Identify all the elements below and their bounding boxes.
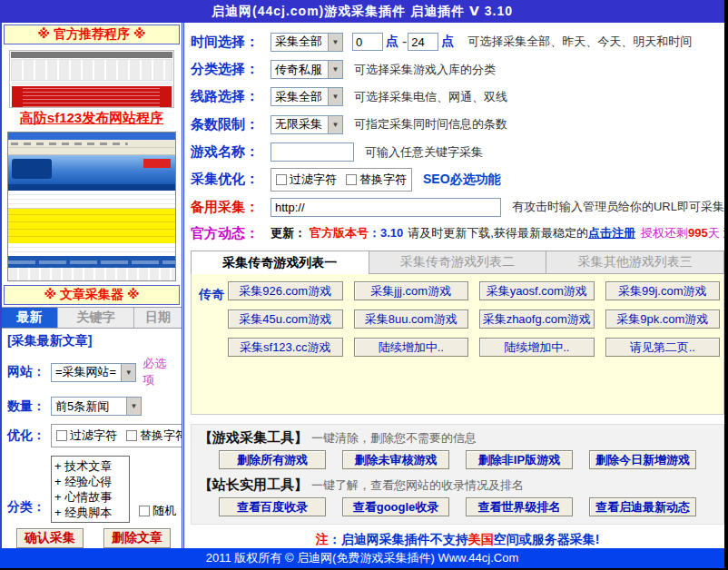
category-listbox[interactable]: + 技术文章 + 经验心得 + 心情故事 + 经典脚本 <box>51 456 130 523</box>
game-list-tab-strip: 采集传奇游戏列表一 采集传奇游戏列表二 采集其他游戏列表三 <box>191 251 724 274</box>
official-news-label: 官方动态： <box>191 225 271 242</box>
game-collect-button[interactable]: 陆续增加中.. <box>479 338 595 357</box>
app-title: 启迪网(44cj.com)游戏采集插件 启迪插件 Ⅴ 3.10 <box>212 4 513 20</box>
game-collect-button[interactable]: 请见第二页.. <box>605 338 721 357</box>
game-tools-desc: 一键清除，删除您不需要的信息 <box>311 430 477 447</box>
game-collect-button[interactable]: 采集99j.com游戏 <box>605 281 721 300</box>
delete-unreviewed-games-button[interactable]: 删除未审核游戏 <box>342 450 449 469</box>
category-item[interactable]: + 经验心得 <box>54 474 126 489</box>
replace-label: 替换字符 <box>140 428 184 442</box>
game-name-row: 游戏名称： 可输入任意关键字采集 <box>191 138 724 165</box>
game-name-label: 游戏名称： <box>191 143 271 161</box>
check-google-button[interactable]: 查看google收录 <box>342 497 449 516</box>
game-button-row: 采集sf123.cc游戏 陆续增加中.. 陆续增加中.. 请见第二页.. <box>228 338 720 357</box>
game-collect-button[interactable]: 采集yaosf.com游戏 <box>479 281 595 300</box>
tab-keyword[interactable]: 关键字 <box>58 308 134 328</box>
site-tools-heading: 【站长实用工具】 一键了解，查看您网站的收录情况及排名 <box>199 477 716 494</box>
hour-from-unit: 点 <box>386 34 398 50</box>
backup-url-input[interactable] <box>271 198 501 217</box>
line-select-row: 线路选择： 采集全部 ▼ 可选择采集电信、网通、双线 <box>191 84 724 111</box>
article-header-banner: ※ 文章采集器 ※ <box>4 285 180 305</box>
count-select[interactable]: 前5条新闻 ▼ <box>51 397 142 416</box>
article-collect-form: [采集最新文章] 网站： =采集网站= ▼ 必选项 数量： 前5条新闻 ▼ <box>2 329 182 548</box>
limit-select-label: 条数限制： <box>191 116 271 133</box>
delete-today-games-button[interactable]: 删除今日新增游戏 <box>589 450 696 469</box>
hour-from-input[interactable] <box>352 33 383 51</box>
news-clipped-text: 过期 <box>723 225 724 241</box>
game-category-select[interactable]: 传奇私服 ▼ <box>271 60 343 79</box>
promo-link-sf123[interactable]: 高防sf123发布网站程序 <box>2 109 182 127</box>
optimize-checkbox-group: 过滤字符 替换字符 <box>51 424 184 447</box>
note-part1: 启迪网采集插件不支持 <box>341 532 468 546</box>
hour-to-input[interactable] <box>408 33 438 51</box>
chevron-down-icon: ▼ <box>121 364 135 381</box>
check-rank-button[interactable]: 查看世界级排名 <box>466 497 573 516</box>
news-text: 请及时更新下载,获得最新最稳定的 <box>408 225 588 241</box>
promo-header-banner: ※ 官方推荐程序 ※ <box>4 25 180 44</box>
register-link[interactable]: 点击注册 <box>588 225 635 241</box>
note-prefix: 注 <box>316 532 329 546</box>
delete-non-ip-games-button[interactable]: 删除非IP版游戏 <box>466 450 573 469</box>
time-select-desc: 可选择采集全部、昨天、今天、明天和时间 <box>467 34 692 50</box>
limit-select-value: 无限采集 <box>271 116 328 133</box>
backup-collect-row: 备用采集： 有攻击时输入管理员给你的URL即可采集 <box>191 193 724 221</box>
thumb1-topbar <box>11 52 172 58</box>
limit-select[interactable]: 无限采集 ▼ <box>271 115 343 134</box>
line-select[interactable]: 采集全部 ▼ <box>271 87 343 106</box>
note-part2: 空间或服务器采集! <box>494 532 600 546</box>
category-item[interactable]: + 技术文章 <box>54 458 126 474</box>
time-select-row: 时间选择： 采集全部 ▼ 点 - 点 可选择采集全部、昨天、今天、明天和时间 <box>191 28 724 55</box>
game-collect-button[interactable]: 采集45u.com游戏 <box>228 310 343 329</box>
category-select-label: 分类选择： <box>191 61 271 78</box>
replace-checkbox[interactable] <box>126 430 137 441</box>
game-button-row: 采集45u.com游戏 采集8uu.com游戏 采集zhaofg.com游戏 采… <box>228 310 720 329</box>
thumb1-caption <box>12 82 172 85</box>
delete-all-games-button[interactable]: 删除所有游戏 <box>219 450 326 469</box>
limit-select-row: 条数限制： 无限采集 ▼ 可指定采集同时间信息的条数 <box>191 111 724 138</box>
tab-game-list-2[interactable]: 采集传奇游戏列表二 <box>369 251 547 274</box>
random-checkbox[interactable] <box>139 506 150 516</box>
game-collect-button[interactable]: 采集jjj.com游戏 <box>354 281 469 300</box>
thumb2-site-logo <box>12 159 52 179</box>
count-select-value: 前5条新闻 <box>52 398 126 415</box>
category-label: 分类： <box>7 499 51 516</box>
time-range-select[interactable]: 采集全部 ▼ <box>271 33 343 52</box>
line-select-value: 采集全部 <box>271 89 328 105</box>
check-news-button[interactable]: 查看启迪最新动态 <box>589 497 696 516</box>
replace-checkbox-main[interactable] <box>346 174 357 185</box>
auth-remaining-text: 授权还剩995天 <box>641 225 720 241</box>
filter-option: 过滤字符 <box>56 428 117 444</box>
sidebar-buttons: 确认采集 删除文章 <box>7 528 176 548</box>
auth-label: 授权还剩 <box>641 226 688 240</box>
delete-article-button[interactable]: 删除文章 <box>103 528 171 548</box>
category-item[interactable]: + 经典脚本 <box>54 505 126 520</box>
promo-thumbnail-sf123[interactable] <box>9 50 174 108</box>
tab-date[interactable]: 日期 <box>134 308 182 328</box>
promo-header-text: ※ 官方推荐程序 ※ <box>38 26 146 43</box>
game-collect-button[interactable]: 采集zhaofg.com游戏 <box>479 310 595 329</box>
footer-bar: 2011 版权所有 © 启迪网(免费游戏采集插件) Www.44cj.Com <box>0 548 724 568</box>
chevron-down-icon: ▼ <box>126 398 141 415</box>
category-select-row: 分类选择： 传奇私服 ▼ 可选择采集游戏入库的分类 <box>191 55 724 83</box>
tab-game-list-3[interactable]: 采集其他游戏列表三 <box>546 251 724 274</box>
game-collect-button[interactable]: 陆续增加中.. <box>354 338 469 357</box>
site-select[interactable]: =采集网站= ▼ <box>51 363 136 382</box>
replace-label-main: 替换字符 <box>359 172 407 186</box>
game-name-input[interactable] <box>271 142 354 162</box>
game-collect-button[interactable]: 采集8uu.com游戏 <box>354 310 469 329</box>
filter-checkbox[interactable] <box>56 430 67 441</box>
category-item[interactable]: + 心情故事 <box>54 489 126 505</box>
tab-latest[interactable]: 最新 <box>2 308 58 328</box>
tab-game-list-1[interactable]: 采集传奇游戏列表一 <box>191 251 369 274</box>
confirm-collect-button[interactable]: 确认采集 <box>16 528 84 548</box>
game-collect-button[interactable]: 采集926.com游戏 <box>228 281 343 300</box>
auth-days: 995 <box>688 226 708 240</box>
check-baidu-button[interactable]: 查看百度收录 <box>219 497 326 516</box>
game-collect-button[interactable]: 采集sf123.cc游戏 <box>228 338 343 357</box>
filter-checkbox-main[interactable] <box>276 174 287 185</box>
promo-thumbnail-collector[interactable] <box>7 132 176 281</box>
line-select-label: 线路选择： <box>191 88 271 105</box>
game-collect-button[interactable]: 采集9pk.com游戏 <box>605 310 721 329</box>
game-button-row: 采集926.com游戏 采集jjj.com游戏 采集yaosf.com游戏 采集… <box>228 281 720 300</box>
news-update-prefix: 更新： <box>271 225 306 241</box>
